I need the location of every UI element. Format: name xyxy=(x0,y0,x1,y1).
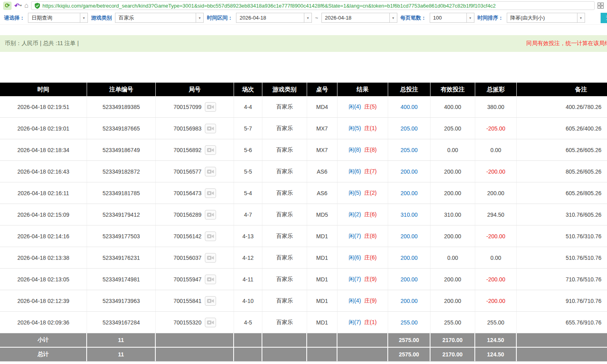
cell-result: 闲(8)庄(8) xyxy=(337,139,388,160)
cell-total-bet[interactable]: 200.00 xyxy=(388,161,430,182)
url-text: https://kiqiiu.com/game/betrecord_search… xyxy=(42,3,591,9)
grand-total-table-no xyxy=(307,348,337,361)
cell-table-no: MD4 xyxy=(307,96,337,117)
replay-video-icon[interactable] xyxy=(205,102,216,112)
replay-video-icon[interactable] xyxy=(205,318,216,327)
cell-total-bet[interactable]: 200.00 xyxy=(388,182,430,204)
table-body: 2026-04-18 02:19:51523349189385700157099… xyxy=(0,96,607,333)
cell-total-bet[interactable]: 255.00 xyxy=(388,312,430,333)
page-size-select[interactable]: 100 ▾ xyxy=(430,13,474,23)
cell-total-bet[interactable]: 200.00 xyxy=(388,290,430,311)
result-banker: 庄(1) xyxy=(364,125,377,132)
cell-result: 闲(6)庄(7) xyxy=(337,161,388,182)
cell-valid-bet: 0.00 xyxy=(430,247,475,268)
cell-result: 闲(7)庄(9) xyxy=(337,269,388,290)
game-type-label: 游戏类别 xyxy=(91,14,112,22)
replay-video-icon[interactable] xyxy=(205,124,216,133)
cell-total-bet[interactable]: 200.00 xyxy=(388,226,430,247)
cell-payout: -200.00 xyxy=(475,226,517,247)
replay-video-icon[interactable] xyxy=(205,275,216,284)
replay-video-icon[interactable] xyxy=(205,167,216,176)
cell-total-bet[interactable]: 200.00 xyxy=(388,269,430,290)
grand-total-game-type xyxy=(262,348,307,361)
cell-time: 2026-04-18 02:19:51 xyxy=(0,96,87,117)
cell-session: 5-5 xyxy=(234,161,262,182)
cell-result: 闲(5)庄(1) xyxy=(337,118,388,139)
cell-bet-id: 523349182872 xyxy=(87,161,156,182)
cell-total-bet[interactable]: 205.00 xyxy=(388,139,430,160)
cell-game-type: 百家乐 xyxy=(262,118,307,139)
cell-bet-id: 523349174981 xyxy=(87,269,156,290)
round-number: 700156577 xyxy=(173,168,201,175)
cell-session: 4-7 xyxy=(234,204,262,225)
table-row: 2026-04-18 02:16:11523349181785700156473… xyxy=(0,182,607,204)
cell-note: 910.76/710.76 xyxy=(517,290,607,311)
split-screen-icon[interactable] xyxy=(597,2,604,9)
cell-payout: 200.00 xyxy=(475,182,517,204)
header-bet-id: 注单编号 xyxy=(87,83,156,96)
cell-round: 700155947 xyxy=(156,269,234,290)
search-button[interactable]: 查 xyxy=(601,13,607,23)
cell-table-no: MX7 xyxy=(307,118,337,139)
cell-result: 闲(7)庄(1) xyxy=(337,312,388,333)
date-from-value: 2026-04-18 xyxy=(236,13,304,22)
security-shield-icon xyxy=(35,3,40,9)
result-banker: 庄(6) xyxy=(364,254,377,261)
undo-button[interactable]: ↶ ▾ xyxy=(14,2,22,10)
cell-game-type: 百家乐 xyxy=(262,182,307,204)
date-from-select[interactable]: 2026-04-18 ▾ xyxy=(236,13,312,23)
chevron-down-icon: ▾ xyxy=(577,13,585,22)
header-round: 局号 xyxy=(156,83,234,96)
cell-time: 2026-04-18 02:15:09 xyxy=(0,204,87,225)
cell-valid-bet: 200.00 xyxy=(430,269,475,290)
cell-total-bet[interactable]: 200.00 xyxy=(388,247,430,268)
address-bar[interactable]: https://kiqiiu.com/game/betrecord_search… xyxy=(31,1,595,10)
cell-note: 310.76/605.26 xyxy=(517,204,607,225)
replay-video-icon[interactable] xyxy=(205,210,216,220)
replay-video-icon[interactable] xyxy=(205,253,216,263)
filter-bar: 请选择： 日期查询 ▾ 游戏类别 百家乐 ▾ 时间区间： 2026-04-18 … xyxy=(0,11,607,25)
date-mode-select[interactable]: 日期查询 ▾ xyxy=(28,13,88,23)
result-banker: 庄(8) xyxy=(364,233,377,240)
subtotal-note xyxy=(517,333,607,347)
replay-video-icon[interactable] xyxy=(205,231,216,241)
cell-game-type: 百家乐 xyxy=(262,247,307,268)
round-number: 700155841 xyxy=(173,298,201,304)
cell-round: 700156892 xyxy=(156,139,234,160)
summary-bar: 币别：人民币 | 总共 :11 注单 | 同局有效投注，统一计算在该局结 xyxy=(0,35,607,52)
cell-round: 700156037 xyxy=(156,247,234,268)
header-valid-bet: 有效投注 xyxy=(430,83,475,96)
replay-video-icon[interactable] xyxy=(205,296,216,306)
header-payout: 总派彩 xyxy=(475,83,517,96)
cell-game-type: 百家乐 xyxy=(262,139,307,160)
result-banker: 庄(8) xyxy=(364,146,377,154)
cell-total-bet[interactable]: 310.00 xyxy=(388,204,430,225)
cell-session: 5-6 xyxy=(234,139,262,160)
round-number: 700155320 xyxy=(173,319,201,326)
replay-video-icon[interactable] xyxy=(205,188,216,198)
cell-note: 605.26/605.26 xyxy=(517,139,607,160)
result-player: 闲(8) xyxy=(349,146,361,154)
cell-game-type: 百家乐 xyxy=(262,312,307,333)
cell-session: 4-4 xyxy=(234,96,262,117)
result-banker: 庄(2) xyxy=(364,190,377,197)
refresh-button[interactable]: ⟳ xyxy=(3,2,12,10)
cell-total-bet[interactable]: 400.00 xyxy=(388,96,430,117)
header-session: 场次 xyxy=(234,83,262,96)
sort-select[interactable]: 降幂(由大到小) ▾ xyxy=(507,13,585,23)
cell-bet-id: 523349186749 xyxy=(87,139,156,160)
grand-total-session xyxy=(234,348,262,361)
cell-round: 700156142 xyxy=(156,226,234,247)
home-button[interactable]: ⌂ xyxy=(24,2,28,10)
game-type-select[interactable]: 百家乐 ▾ xyxy=(115,13,204,23)
sort-label: 时间排序： xyxy=(478,14,504,22)
cell-result: 闲(7)庄(8) xyxy=(337,226,388,247)
cell-round: 700155841 xyxy=(156,290,234,311)
round-number: 700156983 xyxy=(173,125,201,132)
grand-total-bet-id: 11 xyxy=(87,348,156,361)
date-to-select[interactable]: 2026-04-18 ▾ xyxy=(321,13,397,23)
replay-video-icon[interactable] xyxy=(205,145,216,155)
cell-total-bet[interactable]: 205.00 xyxy=(388,118,430,139)
result-player: 闲(7) xyxy=(349,319,361,326)
table-row: 2026-04-18 02:09:36523349167284700155320… xyxy=(0,312,607,333)
